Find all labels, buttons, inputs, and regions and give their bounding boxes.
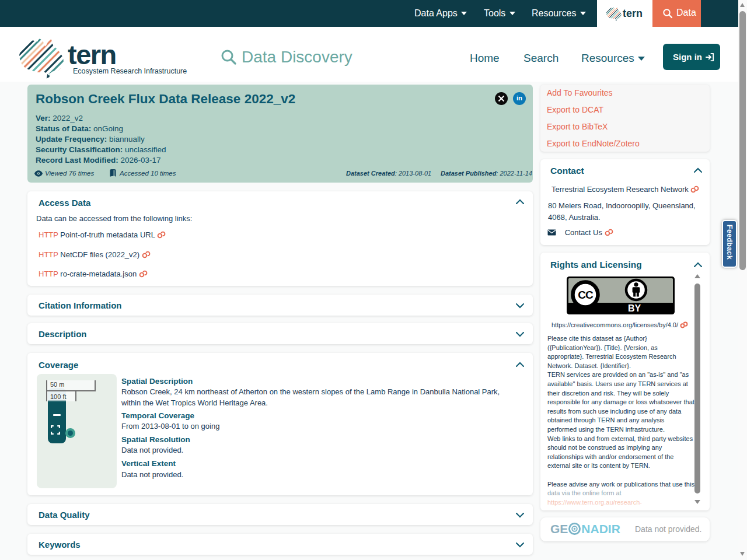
svg-text:BY: BY	[628, 303, 641, 313]
svg-text:CC: CC	[578, 289, 594, 301]
